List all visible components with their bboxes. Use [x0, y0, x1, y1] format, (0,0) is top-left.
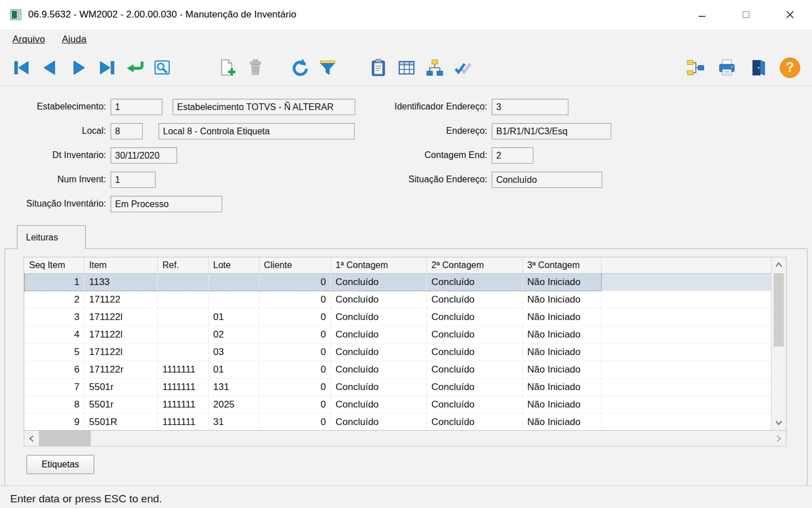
- table-row[interactable]: 5171122l030ConcluídoConcluídoNão Iniciad…: [25, 343, 771, 361]
- vertical-scroll-thumb[interactable]: [774, 273, 784, 347]
- add-record-button[interactable]: [213, 53, 241, 82]
- table-cell: Concluído: [427, 413, 523, 430]
- last-record-button[interactable]: [92, 53, 121, 82]
- table-row[interactable]: 111330ConcluídoConcluídoNão Iniciado: [25, 273, 771, 291]
- table-cell: Concluído: [331, 343, 427, 361]
- table-cell: Não Iniciado: [523, 291, 602, 308]
- column-header[interactable]: Ref.: [158, 257, 209, 273]
- table-cell: Concluído: [331, 308, 427, 326]
- window-controls: [680, 0, 812, 29]
- local-value[interactable]: 8: [111, 123, 143, 139]
- print-button[interactable]: [713, 53, 741, 82]
- exit-button[interactable]: [744, 53, 773, 82]
- previous-record-button[interactable]: [36, 53, 64, 82]
- table-cell: Não Iniciado: [523, 396, 602, 413]
- tab-leituras[interactable]: Leituras: [17, 225, 86, 249]
- column-header[interactable]: 3ª Contagem: [523, 257, 602, 273]
- help-glyph: ?: [786, 61, 794, 74]
- go-button[interactable]: [121, 53, 149, 82]
- delete-record-button[interactable]: [241, 53, 270, 82]
- column-header[interactable]: Item: [85, 257, 158, 273]
- column-header[interactable]: 1ª Contagem: [331, 257, 427, 273]
- help-icon: ?: [780, 58, 800, 78]
- etiquetas-button[interactable]: Etiquetas: [27, 455, 94, 474]
- table-row[interactable]: 6171122r1111111010ConcluídoConcluídoNão …: [25, 361, 771, 378]
- num-invent-value[interactable]: 1: [111, 172, 156, 188]
- menu-ajuda[interactable]: Ajuda: [62, 34, 86, 45]
- table-row[interactable]: 85501r111111120250ConcluídoConcluídoNão …: [25, 396, 771, 413]
- table-row[interactable]: 75501r11111111310ConcluídoConcluídoNão I…: [25, 378, 771, 396]
- table-cell: 9: [25, 413, 85, 430]
- table-cell: Não Iniciado: [523, 378, 602, 396]
- help-button[interactable]: ?: [776, 53, 804, 82]
- dt-inventario-value[interactable]: 30/11/2020: [111, 147, 177, 164]
- first-record-button[interactable]: [8, 53, 36, 82]
- situacao-inventario-value[interactable]: Em Processo: [111, 196, 222, 212]
- table-cell: [209, 291, 259, 308]
- table-cell: 31: [209, 413, 259, 430]
- paste-button[interactable]: [364, 53, 392, 82]
- minimize-button[interactable]: [680, 0, 724, 29]
- table-row[interactable]: 3171122l010ConcluídoConcluídoNão Iniciad…: [25, 308, 771, 326]
- menu-arquivo[interactable]: Arquivo: [12, 34, 45, 45]
- chevron-left-icon: [29, 435, 34, 443]
- scroll-up-button[interactable]: [771, 257, 786, 272]
- table-cell: Concluído: [427, 396, 523, 413]
- menubar: Arquivo Ajuda: [0, 29, 812, 50]
- column-header[interactable]: 2ª Contagem: [427, 257, 523, 273]
- column-header[interactable]: Lote: [209, 257, 259, 273]
- close-button[interactable]: [768, 0, 812, 29]
- table-row[interactable]: 21711220ConcluídoConcluídoNão Iniciado: [25, 291, 771, 308]
- grid-table-wrap: Seq ItemItemRef.LoteCliente1ª Contagem2ª…: [24, 257, 771, 430]
- horizontal-scrollbar[interactable]: [24, 431, 787, 446]
- table-row[interactable]: 4171122l020ConcluídoConcluídoNão Iniciad…: [25, 326, 771, 343]
- endereco-value[interactable]: B1/R1/N1/C3/Esq: [492, 123, 611, 139]
- next-record-button[interactable]: [64, 53, 92, 82]
- related-programs-button[interactable]: [681, 53, 709, 82]
- table-cell: Concluído: [331, 361, 427, 378]
- close-icon: [785, 10, 795, 20]
- header-form: Estabelecimento: 1 Estabelecimento TOTVS…: [0, 86, 812, 225]
- filter-button[interactable]: [314, 53, 342, 82]
- table-cell: 0: [259, 273, 331, 291]
- dt-inventario-label: Dt Inventario:: [0, 150, 111, 160]
- situacao-inventario-label: Situação Inventário:: [0, 199, 111, 209]
- scroll-left-button[interactable]: [24, 431, 39, 446]
- vertical-scroll-track[interactable]: [771, 272, 786, 415]
- zoom-button[interactable]: [149, 53, 177, 82]
- window-title: 06.9.5632 - WM2002 - 2.00.00.030 - Manut…: [28, 9, 296, 20]
- table-cell: 0: [259, 326, 331, 343]
- table-cell-filler: [602, 273, 771, 291]
- grid-view-button[interactable]: [392, 53, 421, 82]
- refresh-button[interactable]: [285, 53, 314, 82]
- horizontal-scroll-thumb[interactable]: [39, 431, 91, 446]
- table-cell: [158, 308, 209, 326]
- field-identificador-endereco: Identificador Endereço: 3: [316, 98, 568, 115]
- refresh-icon: [289, 58, 310, 78]
- table-cell: 131: [209, 378, 259, 396]
- table-cell: 3: [25, 308, 85, 326]
- confirm-button[interactable]: [449, 53, 477, 82]
- maximize-button[interactable]: [724, 0, 768, 29]
- table-cell: Concluído: [427, 343, 523, 361]
- situacao-endereco-value[interactable]: Concluído: [492, 172, 602, 188]
- hierarchy-button[interactable]: [421, 53, 449, 82]
- contagem-end-value[interactable]: 2: [492, 147, 533, 164]
- column-header[interactable]: Cliente: [259, 257, 331, 273]
- chevron-right-icon: [776, 435, 782, 443]
- vertical-scrollbar[interactable]: [771, 257, 786, 430]
- table-cell: Concluído: [427, 308, 523, 326]
- chevron-down-icon: [775, 420, 783, 426]
- identificador-endereco-value[interactable]: 3: [492, 99, 568, 115]
- scroll-right-button[interactable]: [771, 431, 786, 446]
- column-header[interactable]: Seq Item: [25, 257, 85, 273]
- table-cell: Concluído: [427, 291, 523, 308]
- table-row[interactable]: 95501R1111111310ConcluídoConcluídoNão In…: [25, 413, 771, 430]
- titlebar[interactable]: 06.9.5632 - WM2002 - 2.00.00.030 - Manut…: [0, 0, 812, 29]
- estabelecimento-value[interactable]: 1: [111, 99, 162, 115]
- scroll-down-button[interactable]: [771, 415, 786, 430]
- field-contagem-end: Contagem End: 2: [316, 147, 533, 164]
- table-cell-filler: [602, 361, 771, 378]
- add-record-icon: [217, 58, 238, 78]
- toolbar-right-group: ?: [681, 53, 804, 82]
